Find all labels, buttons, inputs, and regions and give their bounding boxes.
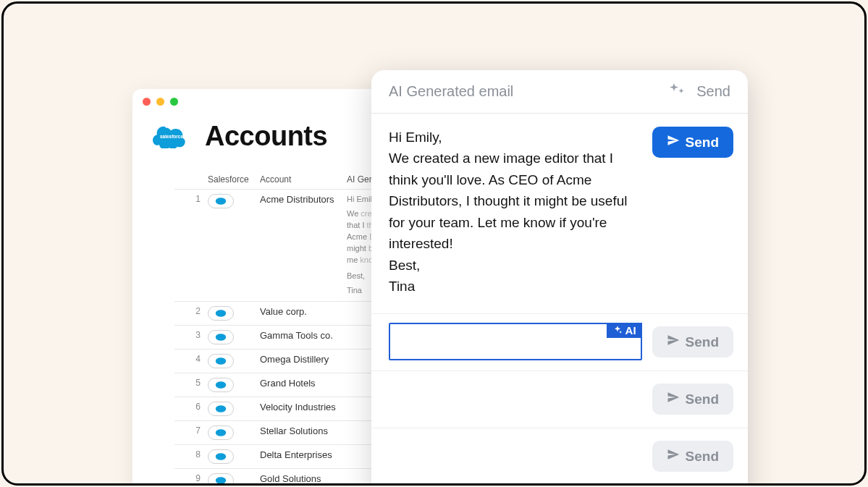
account-name: Gold Solutions: [260, 473, 347, 484]
account-name: Grand Hotels: [260, 378, 347, 389]
svg-point-9: [216, 477, 226, 484]
ai-generating-box[interactable]: AI: [389, 323, 642, 360]
salesforce-pill[interactable]: [208, 402, 234, 416]
overlay-title: AI Generated email: [389, 83, 657, 100]
window-controls: [143, 98, 178, 106]
row-number: 1: [174, 194, 208, 204]
overlay-send-header: Send: [696, 83, 730, 100]
send-button-label: Send: [686, 135, 719, 151]
email-overlay-panel: AI Generated email Send Hi Emily, We cre…: [371, 70, 748, 486]
account-name: Acme Distributors: [260, 194, 347, 205]
svg-point-2: [216, 310, 226, 317]
ai-tag-label: AI: [625, 324, 636, 336]
account-name: Stellar Solutions: [260, 425, 347, 436]
svg-text:salesforce: salesforce: [160, 134, 184, 139]
sparkle-icon: [667, 82, 686, 101]
send-button[interactable]: Send: [652, 441, 733, 472]
paper-plane-icon: [667, 448, 680, 465]
col-account: Account: [260, 174, 347, 185]
close-icon[interactable]: [143, 98, 151, 106]
paper-plane-icon: [667, 134, 680, 151]
salesforce-pill[interactable]: [208, 378, 234, 392]
brand-header: salesforce Accounts: [153, 121, 327, 152]
salesforce-pill[interactable]: [208, 194, 234, 208]
overlay-row: AI Send: [371, 314, 748, 371]
send-button[interactable]: Send: [652, 127, 733, 158]
svg-point-5: [216, 381, 226, 389]
minimize-icon[interactable]: [156, 98, 164, 106]
overlay-row: Send: [371, 371, 748, 428]
row-number: 2: [174, 306, 208, 316]
send-button[interactable]: Send: [652, 384, 733, 415]
salesforce-pill[interactable]: [208, 306, 234, 321]
row-number: 4: [174, 354, 208, 364]
salesforce-pill[interactable]: [208, 473, 234, 486]
svg-point-6: [216, 405, 226, 412]
salesforce-pill[interactable]: [208, 330, 234, 344]
generated-email-text: Hi Emily, We created a new image editor …: [389, 127, 641, 297]
row-number: 6: [174, 402, 208, 412]
account-name: Delta Enterprises: [260, 449, 347, 460]
row-number: 5: [174, 378, 208, 388]
account-name: Value corp.: [260, 306, 347, 317]
svg-point-7: [216, 429, 226, 436]
row-number: 9: [174, 473, 208, 483]
send-button-label: Send: [686, 391, 719, 407]
ai-tag: AI: [607, 323, 642, 338]
salesforce-pill[interactable]: [208, 354, 234, 368]
account-name: Omega Distillery: [260, 354, 347, 365]
send-button[interactable]: Send: [652, 326, 733, 357]
send-button-label: Send: [686, 449, 719, 465]
account-name: Velocity Industries: [260, 402, 347, 412]
page-title: Accounts: [205, 121, 327, 152]
paper-plane-icon: [667, 391, 680, 407]
row-number: 7: [174, 425, 208, 436]
overlay-header: AI Generated email Send: [371, 70, 748, 114]
app-frame: salesforce Accounts Salesforce Account A…: [1, 1, 867, 486]
overlay-row: Send: [371, 486, 748, 486]
paper-plane-icon: [667, 334, 680, 350]
send-button-label: Send: [686, 334, 719, 350]
account-name: Gamma Tools co.: [260, 330, 347, 341]
salesforce-pill[interactable]: [208, 449, 234, 464]
svg-point-4: [216, 357, 226, 365]
salesforce-pill[interactable]: [208, 425, 234, 440]
svg-point-1: [216, 198, 226, 205]
zoom-icon[interactable]: [170, 98, 178, 106]
salesforce-logo-icon: salesforce: [153, 122, 190, 151]
row-number: 8: [174, 449, 208, 460]
col-salesforce: Salesforce: [208, 174, 260, 185]
svg-point-3: [216, 334, 226, 341]
svg-point-8: [216, 453, 226, 460]
overlay-body-row: Hi Emily, We created a new image editor …: [371, 114, 748, 314]
overlay-row: Send: [371, 428, 748, 486]
row-number: 3: [174, 330, 208, 340]
